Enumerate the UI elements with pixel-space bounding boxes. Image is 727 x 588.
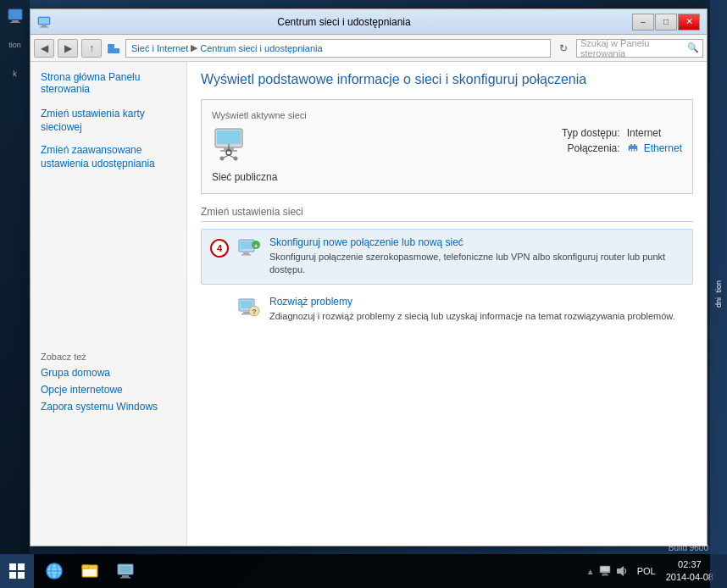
desktop-left-strip: tion k bbox=[0, 0, 30, 554]
left-link-sharing[interactable]: Zmień zaawansowane ustawienia udostępnia… bbox=[31, 141, 186, 174]
address-bar: ◀ ▶ ↑ Sieć i Internet ▶ Centrum sieci i … bbox=[31, 35, 707, 62]
close-button[interactable]: ✕ bbox=[678, 14, 700, 31]
tray-icons: ▲ bbox=[581, 564, 634, 578]
desktop-icon-1[interactable] bbox=[3, 3, 28, 29]
breadcrumb-path[interactable]: Sieć i Internet ▶ Centrum sieci i udostę… bbox=[125, 39, 551, 58]
setting-content-1: Skonfiguruj nowe połączenie lub nową sie… bbox=[269, 236, 684, 277]
svg-rect-52 bbox=[602, 575, 608, 576]
taskbar-explorer-icon[interactable] bbox=[73, 554, 107, 588]
tray-network-icon bbox=[598, 564, 612, 578]
notification-strip: tion dni bbox=[710, 0, 727, 588]
tray-up-icon: ▲ bbox=[586, 567, 595, 576]
maximize-button[interactable]: □ bbox=[655, 14, 677, 31]
setting-desc-2: Zdiagnozuj i rozwiąż problemy z siecią l… bbox=[269, 310, 684, 323]
setting-title-2[interactable]: Rozwiąż problemy bbox=[269, 296, 684, 308]
svg-point-17 bbox=[220, 157, 225, 161]
network-left: Sieć publiczna bbox=[212, 127, 277, 183]
start-button[interactable] bbox=[0, 554, 34, 588]
svg-text:?: ? bbox=[252, 308, 257, 316]
left-link-home[interactable]: Strona główna Panelu sterowania bbox=[31, 69, 186, 97]
svg-rect-26 bbox=[241, 241, 253, 249]
ethernet-icon bbox=[627, 142, 639, 154]
left-link-homegroup[interactable]: Grupa domowa bbox=[31, 364, 186, 381]
clock-time: 02:37 bbox=[666, 558, 713, 571]
setting-item-1: 4 + Skonfiguruj bbox=[201, 229, 693, 285]
see-also-title: Zobacz też bbox=[31, 343, 186, 364]
svg-point-18 bbox=[234, 157, 238, 161]
svg-rect-33 bbox=[243, 312, 249, 313]
side-text-1: tion bbox=[714, 280, 723, 293]
content-area: Strona główna Panelu sterowania Zmień us… bbox=[31, 62, 707, 546]
taskbar-icons bbox=[34, 554, 146, 588]
left-link-firewall[interactable]: Zapora systemu Windows bbox=[31, 398, 186, 415]
taskbar-network-icon[interactable] bbox=[108, 554, 142, 588]
svg-rect-2 bbox=[10, 22, 20, 23]
svg-rect-43 bbox=[82, 565, 89, 569]
svg-rect-50 bbox=[601, 567, 609, 571]
svg-marker-53 bbox=[617, 566, 624, 576]
network-name: Sieć publiczna bbox=[212, 171, 277, 183]
svg-rect-7 bbox=[108, 44, 114, 48]
search-box[interactable]: Szukaj w Panelu sterowania 🔍 bbox=[576, 39, 703, 58]
svg-rect-46 bbox=[119, 566, 131, 573]
network-right: Typ dostępu: Internet Połączenia: bbox=[544, 127, 682, 154]
svg-rect-48 bbox=[120, 577, 130, 579]
tray-volume-icon bbox=[615, 564, 629, 578]
svg-rect-4 bbox=[42, 25, 47, 27]
taskbar-right: ▲ POL 02:37 2014-04-08 bbox=[581, 558, 727, 585]
search-placeholder: Szukaj w Panelu sterowania bbox=[580, 38, 687, 58]
search-icon: 🔍 bbox=[687, 42, 699, 53]
forward-button[interactable]: ▶ bbox=[58, 39, 78, 58]
setting-icon-2: ? bbox=[237, 296, 261, 319]
up-button[interactable]: ↑ bbox=[81, 39, 102, 58]
window-controls: – □ ✕ bbox=[632, 14, 700, 31]
svg-rect-20 bbox=[630, 144, 632, 147]
access-type-row: Typ dostępu: Internet bbox=[544, 127, 682, 139]
desktop: tion k Centrum sieci i udostępniania – □… bbox=[0, 0, 727, 588]
svg-rect-44 bbox=[83, 569, 97, 576]
page-title: Wyświetl podstawowe informacje o sieci i… bbox=[201, 72, 693, 87]
taskbar: ▲ POL 02:37 2014-04-08 bbox=[0, 554, 727, 588]
settings-section: Zmień ustawienia sieci 4 + bbox=[201, 206, 693, 330]
minimize-button[interactable]: – bbox=[632, 14, 654, 31]
svg-rect-34 bbox=[241, 313, 251, 315]
svg-rect-22 bbox=[630, 149, 631, 151]
svg-rect-6 bbox=[39, 18, 49, 24]
svg-rect-10 bbox=[217, 130, 241, 144]
title-bar: Centrum sieci i udostępniania – □ ✕ bbox=[31, 9, 707, 35]
window-icon bbox=[37, 15, 51, 29]
path-icon bbox=[105, 42, 122, 55]
access-type-label: Typ dostępu: bbox=[544, 127, 620, 139]
svg-rect-47 bbox=[122, 575, 129, 577]
breadcrumb-part2[interactable]: Centrum sieci i udostępniania bbox=[200, 43, 322, 53]
build-number: Build 9600 bbox=[669, 543, 708, 552]
settings-title: Zmień ustawienia sieci bbox=[201, 206, 693, 222]
connections-label: Połączenia: bbox=[544, 142, 620, 154]
active-networks-label: Wyświetl aktywne sieci bbox=[212, 110, 682, 120]
window-title: Centrum sieci i udostępniania bbox=[56, 16, 632, 28]
setting-item-2: ? Rozwiąż problemy Zdiagnozuj i rozwiąż … bbox=[201, 288, 693, 330]
svg-rect-27 bbox=[243, 252, 249, 254]
setting-title-1[interactable]: Skonfiguruj nowe połączenie lub nową sie… bbox=[269, 236, 684, 248]
svg-rect-5 bbox=[40, 26, 48, 27]
access-type-value: Internet bbox=[627, 127, 662, 139]
svg-rect-24 bbox=[635, 149, 636, 151]
windows-logo bbox=[9, 563, 25, 579]
svg-rect-0 bbox=[8, 9, 22, 19]
connections-link[interactable]: Ethernet bbox=[627, 142, 682, 154]
ethernet-label: Ethernet bbox=[644, 142, 682, 154]
setting-desc-1: Skonfiguruj połączenie szerokopasmowe, t… bbox=[269, 251, 684, 277]
left-link-adapter[interactable]: Zmień ustawienia karty sieciowej bbox=[31, 104, 186, 137]
breadcrumb-part1[interactable]: Sieć i Internet bbox=[131, 43, 188, 53]
desktop-icon-k[interactable]: k bbox=[3, 61, 28, 86]
desktop-icon-vpn[interactable]: tion bbox=[3, 32, 28, 58]
back-button[interactable]: ◀ bbox=[34, 39, 54, 58]
refresh-button[interactable]: ↻ bbox=[554, 39, 573, 58]
setting-content-2: Rozwiąż problemy Zdiagnozuj i rozwiąż pr… bbox=[269, 296, 684, 323]
step-number-4: 4 bbox=[210, 239, 229, 258]
left-link-internet-options[interactable]: Opcje internetowe bbox=[31, 381, 186, 398]
side-text-2: dni bbox=[714, 297, 723, 308]
active-networks-section: Wyświetl aktywne sieci bbox=[201, 99, 693, 194]
svg-rect-28 bbox=[241, 254, 251, 256]
taskbar-ie-icon[interactable] bbox=[37, 554, 71, 588]
